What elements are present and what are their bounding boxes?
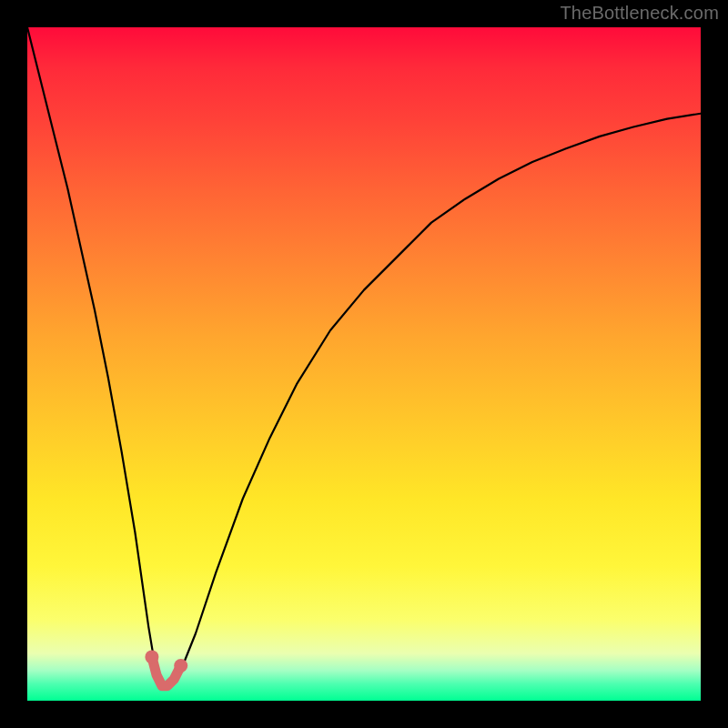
watermark-text: TheBottleneck.com: [560, 3, 719, 24]
min-highlight-dot: [174, 659, 187, 672]
bottleneck-curve: [27, 27, 701, 687]
min-highlight-dot: [145, 650, 158, 663]
curve-svg: [27, 27, 701, 701]
chart-frame: TheBottleneck.com: [0, 0, 728, 728]
plot-area: [27, 27, 701, 701]
